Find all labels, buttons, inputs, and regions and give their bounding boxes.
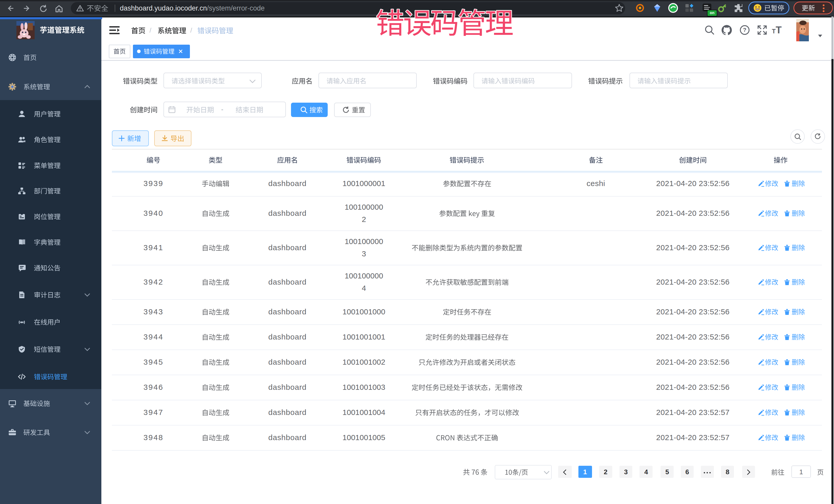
svg-text:?: ?	[743, 27, 746, 33]
